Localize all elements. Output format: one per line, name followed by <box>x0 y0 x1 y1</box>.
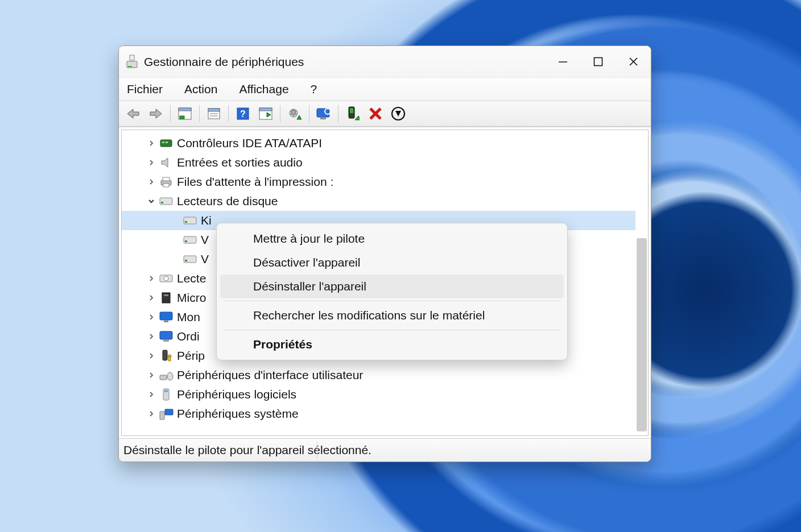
maximize-button[interactable] <box>580 46 616 77</box>
disk-drive-icon <box>182 215 198 226</box>
expander-icon[interactable] <box>146 294 157 302</box>
menu-view[interactable]: Affichage <box>236 80 292 98</box>
expander-icon[interactable] <box>146 390 157 398</box>
disk-drive-icon <box>182 254 198 264</box>
expander-icon[interactable] <box>146 275 157 282</box>
svg-rect-0 <box>130 55 134 60</box>
svg-rect-41 <box>163 184 169 187</box>
expander-icon[interactable] <box>146 197 157 205</box>
device-category-icon <box>158 311 174 323</box>
svg-rect-46 <box>184 236 196 243</box>
expander-icon[interactable] <box>146 332 157 340</box>
properties-button[interactable] <box>203 103 225 124</box>
expander-icon[interactable] <box>146 352 157 360</box>
device-category-icon <box>158 138 174 149</box>
context-menu-item-label: Propriétés <box>253 338 312 351</box>
svg-rect-54 <box>160 312 172 320</box>
context-menu-item[interactable]: Propriétés <box>220 332 564 356</box>
device-category-icon <box>158 176 174 188</box>
tree-node-label: Mon <box>177 310 200 324</box>
tree-node-label: Lecteurs de disque <box>177 194 278 208</box>
tree-node-label: Entrées et sorties audio <box>177 156 303 169</box>
tree-node[interactable]: Lecteurs de disque <box>122 192 635 211</box>
svg-marker-34 <box>395 111 401 117</box>
uninstall-device-button[interactable] <box>365 103 386 124</box>
tree-node[interactable]: Périphériques d'interface utilisateur <box>122 365 635 385</box>
titlebar[interactable]: Gestionnaire de périphériques <box>119 46 651 77</box>
svg-rect-11 <box>179 108 191 111</box>
device-category-icon <box>158 408 174 420</box>
forward-button[interactable] <box>145 103 167 124</box>
svg-rect-43 <box>161 202 163 203</box>
back-button[interactable] <box>122 103 144 124</box>
expander-icon[interactable] <box>146 313 157 321</box>
svg-point-62 <box>167 372 173 380</box>
tree-node-label: Lecte <box>177 272 206 285</box>
svg-rect-60 <box>168 356 171 361</box>
help-button[interactable]: ? <box>232 103 254 124</box>
context-menu-item[interactable]: Désinstaller l'appareil <box>220 275 564 298</box>
svg-rect-14 <box>208 109 220 111</box>
svg-rect-53 <box>164 294 168 296</box>
tree-node[interactable]: Entrées et sorties audio <box>122 153 635 172</box>
action-button[interactable] <box>255 103 276 124</box>
svg-rect-49 <box>185 260 187 261</box>
device-category-icon <box>158 330 174 343</box>
app-icon <box>126 55 138 69</box>
svg-rect-2 <box>128 66 130 67</box>
svg-marker-23 <box>297 115 302 119</box>
context-menu-item[interactable]: Désactiver l'appareil <box>220 251 564 275</box>
disk-drive-icon <box>182 235 198 245</box>
status-text: Désinstalle le pilote pour l'appareil sé… <box>123 443 371 457</box>
expander-icon[interactable] <box>146 371 157 379</box>
menu-file[interactable]: Fichier <box>123 80 166 98</box>
svg-rect-57 <box>163 340 169 342</box>
tree-node-label: Micro <box>177 291 206 305</box>
tree-node-label: V <box>201 233 209 247</box>
device-category-icon <box>158 349 174 363</box>
context-menu: Mettre à jour le piloteDésactiver l'appa… <box>216 223 568 360</box>
svg-rect-20 <box>259 108 272 111</box>
close-button[interactable] <box>616 46 651 77</box>
svg-rect-37 <box>166 142 168 143</box>
device-category-icon <box>158 156 174 169</box>
context-menu-separator <box>224 330 560 330</box>
svg-marker-9 <box>150 109 162 118</box>
svg-rect-52 <box>162 293 170 303</box>
tree-node[interactable]: Contrôleurs IDE ATA/ATAPI <box>122 134 635 153</box>
expander-icon[interactable] <box>146 410 157 418</box>
context-menu-item-label: Désinstaller l'appareil <box>253 280 366 293</box>
svg-marker-8 <box>127 109 139 118</box>
svg-rect-64 <box>164 390 168 392</box>
tree-node[interactable]: Périphériques système <box>122 404 635 423</box>
minimize-button[interactable] <box>545 46 580 77</box>
svg-rect-58 <box>163 350 167 360</box>
enable-device-button[interactable] <box>342 103 364 124</box>
svg-rect-47 <box>185 240 187 242</box>
menu-help[interactable]: ? <box>307 80 321 98</box>
tree-node[interactable]: Périphériques logiciels <box>122 385 635 404</box>
svg-rect-12 <box>180 116 184 119</box>
expander-icon[interactable] <box>146 159 157 167</box>
menu-action[interactable]: Action <box>181 80 221 98</box>
update-driver-button[interactable] <box>284 103 305 124</box>
svg-rect-42 <box>160 198 172 205</box>
window-title: Gestionnaire de périphériques <box>144 55 304 69</box>
svg-text:?: ? <box>240 109 246 119</box>
scan-hardware-button[interactable] <box>313 103 335 124</box>
show-hide-tree-button[interactable] <box>174 103 196 124</box>
context-menu-item[interactable]: Rechercher les modifications sur le maté… <box>220 304 564 327</box>
tree-node-label: Ordi <box>177 330 200 343</box>
disable-device-button[interactable] <box>387 103 409 124</box>
tree-node-label: Files d'attente à l'impression : <box>177 175 333 189</box>
scrollbar[interactable] <box>637 238 647 431</box>
tree-node-label: Ki <box>201 214 212 227</box>
svg-rect-5 <box>594 58 602 66</box>
device-category-icon <box>158 196 174 206</box>
tree-node-label: V <box>201 252 209 266</box>
svg-rect-56 <box>160 331 172 339</box>
expander-icon[interactable] <box>146 139 157 147</box>
tree-node[interactable]: Files d'attente à l'impression : <box>122 172 635 192</box>
expander-icon[interactable] <box>146 178 157 186</box>
context-menu-item[interactable]: Mettre à jour le pilote <box>220 227 564 251</box>
